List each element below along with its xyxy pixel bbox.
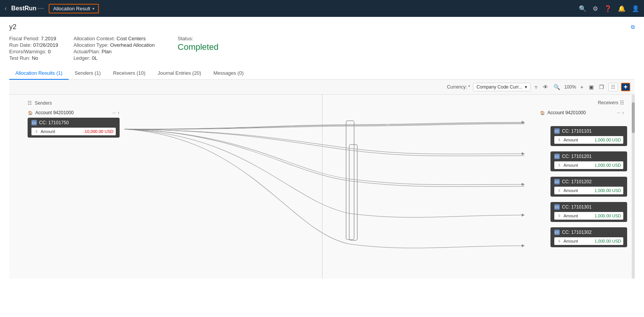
receiver-2-cc-header: CC CC: 17101202 bbox=[554, 179, 623, 184]
table-view-button[interactable]: ☷ bbox=[608, 83, 618, 91]
senders-icon: ☷ bbox=[28, 100, 32, 106]
receiver-2-amount-icon: $ bbox=[557, 188, 562, 193]
settings-icon[interactable]: ⚙ bbox=[593, 5, 598, 12]
fiscal-period-value: 7.2019 bbox=[41, 36, 56, 41]
receiver-2-amount-label: $ Amount bbox=[557, 188, 578, 193]
alloc-context-label: Allocation Context: bbox=[74, 36, 115, 41]
run-date-row: Run Date: 07/26/2019 bbox=[9, 42, 58, 48]
screen-icon[interactable]: ▣ bbox=[588, 83, 595, 91]
ledger-row: Ledger: 0L bbox=[74, 55, 155, 61]
svg-marker-2 bbox=[522, 121, 524, 124]
receiver-3-cc-header: CC CC: 17101301 bbox=[554, 204, 623, 210]
diagram-view-button[interactable]: ✚ bbox=[621, 83, 630, 91]
actual-plan-value: Plan bbox=[102, 49, 112, 54]
app-title-box[interactable]: Allocation Result ▾ bbox=[49, 4, 99, 13]
user-icon[interactable]: 👤 bbox=[632, 5, 639, 12]
diagram-scrollbar[interactable] bbox=[632, 95, 635, 279]
receiver-4-amount-value: 1,000.00 USD bbox=[595, 239, 621, 243]
tab-allocation-results[interactable]: Allocation Results (1) bbox=[9, 67, 69, 80]
zoom-in-icon[interactable]: + bbox=[579, 83, 585, 91]
sender-node-card[interactable]: CC CC: 17101750 $ Amount -10,000.00 USD bbox=[28, 118, 120, 138]
bell-icon[interactable]: 🔔 bbox=[618, 5, 626, 12]
receiver-4-cc-icon: CC bbox=[554, 230, 560, 235]
tab-messages[interactable]: Messages (0) bbox=[207, 67, 250, 80]
receiver-node-card-0[interactable]: CC CC: 17101101 $ Amount 1,000.00 USD bbox=[550, 126, 627, 146]
receiver-item-4: CC CC: 17101302 $ Amount 1,000.00 USD bbox=[550, 227, 627, 247]
receiver-4-amount-label: $ Amount bbox=[557, 238, 578, 244]
zoom-out-icon[interactable]: 🔍 bbox=[552, 83, 561, 91]
eye-icon[interactable]: 👁 bbox=[542, 83, 549, 91]
receiver-1-amount-row: $ Amount 1,000.00 USD bbox=[554, 161, 623, 169]
search-icon[interactable]: 🔍 bbox=[579, 5, 586, 12]
test-run-label: Test Run: bbox=[9, 55, 30, 61]
actual-plan-label: Actual/Plan: bbox=[74, 49, 100, 54]
run-date-value: 07/26/2019 bbox=[33, 42, 58, 48]
page-title-row: y2 ⧉ bbox=[9, 23, 635, 31]
receiver-0-cc-label: CC: 17101101 bbox=[562, 128, 591, 134]
receiver-0-amount-row: $ Amount 1,000.00 USD bbox=[554, 136, 623, 144]
errors-row: Errors/Warnings: 0 bbox=[9, 49, 58, 54]
receiver-4-amount-icon: $ bbox=[557, 238, 562, 244]
logo: BestRun ~~~ bbox=[11, 5, 44, 12]
back-button[interactable]: ‹ bbox=[5, 5, 7, 12]
svg-rect-0 bbox=[346, 121, 354, 240]
more-options-icon[interactable]: ··· bbox=[112, 110, 116, 115]
senders-label-text: Senders bbox=[35, 100, 52, 106]
meta-section: Fiscal Period: 7.2019 Run Date: 07/26/20… bbox=[9, 36, 635, 61]
receiver-1-amount-label: $ Amount bbox=[557, 163, 578, 168]
receiver-4-cc-header: CC CC: 17101302 bbox=[554, 230, 623, 235]
status-col: Status: Completed bbox=[178, 36, 219, 61]
test-run-row: Test Run: No bbox=[9, 55, 58, 61]
sender-amount-row: $ Amount -10,000.00 USD bbox=[31, 128, 116, 135]
receiver-node-card-3[interactable]: CC CC: 17101301 $ Amount 1,000.00 USD bbox=[550, 202, 627, 222]
receiver-0-amount-value: 1,000.00 USD bbox=[595, 138, 621, 142]
tab-journal-entries[interactable]: Journal Entries (20) bbox=[151, 67, 207, 80]
sender-account-header: 🏠 Account 94201000 ··· ↑ bbox=[28, 110, 120, 115]
sender-cc-icon: CC bbox=[31, 120, 37, 125]
fiscal-period-label: Fiscal Period: bbox=[9, 36, 39, 41]
receiver-node-card-4[interactable]: CC CC: 17101302 $ Amount 1,000.00 USD bbox=[550, 227, 627, 247]
zoom-level: 100% bbox=[564, 84, 576, 90]
fiscal-period-row: Fiscal Period: 7.2019 bbox=[9, 36, 58, 41]
receiver-1-cc-header: CC CC: 17101201 bbox=[554, 154, 623, 159]
svg-rect-1 bbox=[349, 145, 357, 240]
receivers-column: CC CC: 17101101 $ Amount 1,000.00 USD bbox=[550, 110, 627, 247]
sender-card-wrapper: 🏠 Account 94201000 ··· ↑ CC CC: 17101750… bbox=[28, 110, 120, 138]
diagram-area: ☷ Senders Receivers ☷ bbox=[9, 95, 635, 279]
receiver-item-0: CC CC: 17101101 $ Amount 1,000.00 USD bbox=[550, 126, 627, 146]
alloc-type-value: Overhead Allocation bbox=[110, 42, 154, 48]
receiver-2-amount-row: $ Amount 1,000.00 USD bbox=[554, 187, 623, 194]
logo-bestrun-text: BestRun bbox=[11, 5, 36, 12]
sender-account-icon: 🏠 bbox=[28, 110, 33, 115]
receivers-label-text: Receivers bbox=[598, 100, 618, 105]
tab-senders[interactable]: Senders (1) bbox=[69, 67, 107, 80]
sender-cc-header: CC CC: 17101750 bbox=[31, 120, 116, 125]
tab-receivers[interactable]: Receivers (10) bbox=[107, 67, 152, 80]
receiver-account-icon: 🏠 bbox=[540, 110, 545, 115]
actual-plan-row: Actual/Plan: Plan bbox=[74, 49, 155, 54]
app-title-label: Allocation Result bbox=[53, 6, 90, 11]
svg-marker-4 bbox=[522, 183, 524, 186]
receiver-4-cc-label: CC: 17101302 bbox=[562, 230, 591, 235]
external-link-icon[interactable]: ⧉ bbox=[631, 24, 635, 30]
filter-icon[interactable]: ▿ bbox=[534, 83, 539, 91]
top-navigation: ‹ BestRun ~~~ Allocation Result ▾ 🔍 ⚙ ❓ … bbox=[0, 0, 644, 17]
currency-dropdown[interactable]: Company Code Curr... ▾ bbox=[473, 83, 531, 91]
sender-account-actions[interactable]: ··· ↑ bbox=[112, 110, 120, 115]
alloc-type-label: Allocation Type: bbox=[74, 42, 109, 48]
chevron-down-icon: ▾ bbox=[92, 7, 94, 11]
collapse-icon[interactable]: ↑ bbox=[118, 110, 120, 115]
help-icon[interactable]: ❓ bbox=[604, 5, 612, 12]
receiver-node-card-2[interactable]: CC CC: 17101202 $ Amount 1,000.00 USD bbox=[550, 177, 627, 197]
receiver-3-cc-icon: CC bbox=[554, 204, 560, 210]
receiver-1-amount-icon: $ bbox=[557, 163, 562, 168]
receiver-1-amount-value: 1,000.00 USD bbox=[595, 163, 621, 168]
receiver-node-card-1[interactable]: CC CC: 17101201 $ Amount 1,000.00 USD bbox=[550, 151, 627, 171]
sender-amount-value: -10,000.00 USD bbox=[83, 129, 113, 134]
receiver-item-2: CC CC: 17101202 $ Amount 1,000.00 USD bbox=[550, 177, 627, 197]
diagram-scrollbar-thumb[interactable] bbox=[632, 102, 635, 133]
status-value: Completed bbox=[178, 42, 219, 52]
alloc-type-row: Allocation Type: Overhead Allocation bbox=[74, 42, 155, 48]
receiver-4-amount-row: $ Amount 1,000.00 USD bbox=[554, 237, 623, 245]
expand-icon[interactable]: ❐ bbox=[598, 83, 605, 91]
